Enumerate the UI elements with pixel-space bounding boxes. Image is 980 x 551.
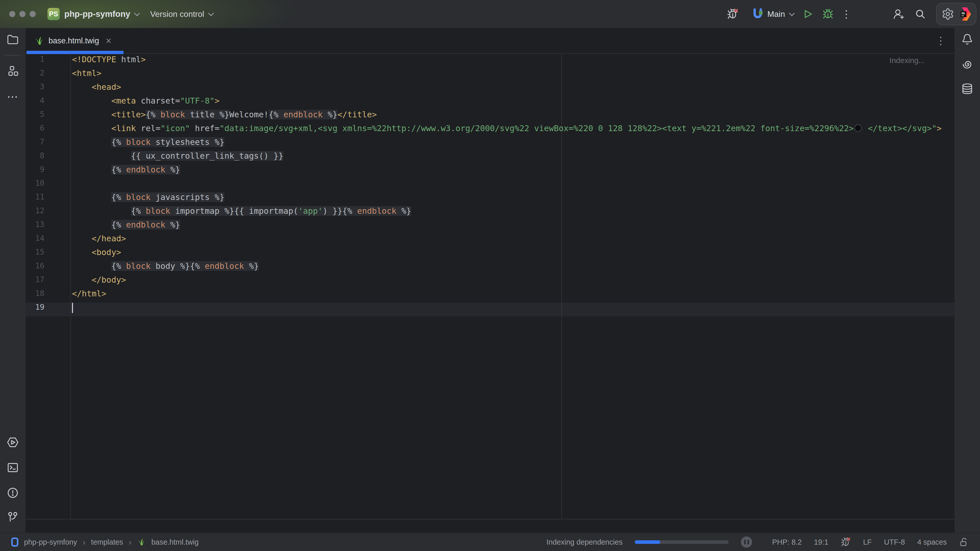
code-line[interactable]: {% block importmap %}{{ importmap('app')… xyxy=(72,206,955,220)
code-line[interactable]: <title>{% block title %}Welcome!{% endbl… xyxy=(72,110,955,124)
line-number[interactable]: 9 xyxy=(25,165,70,179)
version-control-menu[interactable]: Version control xyxy=(150,10,204,19)
debugger-disconnected-icon[interactable] xyxy=(725,7,740,21)
terminal-tool-button[interactable] xyxy=(6,461,19,474)
version-control-tool-button[interactable] xyxy=(6,510,19,524)
line-number[interactable]: 1 xyxy=(25,55,70,68)
line-number[interactable]: 5 xyxy=(25,110,70,124)
caret-position-widget[interactable]: 19:1 xyxy=(814,538,828,546)
indexing-label: Indexing dependencies xyxy=(546,538,622,546)
project-name-widget[interactable]: php-pp-symfony xyxy=(64,9,130,19)
line-number[interactable]: 10 xyxy=(25,179,70,192)
line-number[interactable]: 7 xyxy=(25,137,70,151)
more-tool-windows-button[interactable]: ⋯ xyxy=(6,90,19,103)
breadcrumb-project[interactable]: php-pp-symfony xyxy=(24,538,77,546)
breadcrumb-separator: › xyxy=(83,537,86,547)
line-ending-widget[interactable]: LF xyxy=(863,538,872,546)
database-icon xyxy=(961,83,973,95)
more-actions-button[interactable]: ⋮ xyxy=(839,7,853,21)
structure-tool-button[interactable] xyxy=(6,64,19,78)
jetbrains-logo[interactable] xyxy=(958,7,972,21)
code-line[interactable]: </head> xyxy=(72,233,955,248)
code-line[interactable]: {% endblock %} xyxy=(72,220,955,233)
breadcrumb-file[interactable]: base.html.twig xyxy=(151,538,199,546)
notifications-button[interactable] xyxy=(961,33,974,46)
problems-tool-button[interactable] xyxy=(6,486,19,499)
tab-base-html-twig[interactable]: base.html.twig × xyxy=(27,28,124,54)
project-tool-button[interactable] xyxy=(6,33,19,46)
settings-button[interactable] xyxy=(941,7,955,21)
phpstorm-project-icon: PS xyxy=(48,8,60,20)
code-line[interactable]: <link rel="icon" href="data:image/svg+xm… xyxy=(72,124,955,137)
gutter[interactable]: 12345678910111213141516171819 xyxy=(25,54,70,316)
text-caret xyxy=(72,303,73,313)
code-line[interactable]: {% endblock %} xyxy=(72,165,955,179)
breadcrumb: php-pp-symfony › templates › base.html.t… xyxy=(11,537,199,547)
line-number[interactable]: 17 xyxy=(25,275,70,289)
xdebug-status-icon[interactable] xyxy=(841,537,851,547)
line-number[interactable]: 13 xyxy=(25,220,70,233)
toolbar-divider xyxy=(5,55,21,56)
breadcrumb-templates[interactable]: templates xyxy=(91,538,123,546)
line-number[interactable]: 15 xyxy=(25,248,70,261)
line-number[interactable]: 18 xyxy=(25,289,70,303)
black-circle-emoji xyxy=(854,124,862,132)
code-line[interactable]: <!DOCTYPE html> xyxy=(72,55,955,68)
debug-button[interactable] xyxy=(821,7,835,21)
line-number[interactable]: 11 xyxy=(25,192,70,206)
code-line[interactable]: {% block stylesheets %} xyxy=(72,137,955,151)
line-number[interactable]: 2 xyxy=(25,68,70,82)
line-number[interactable]: 14 xyxy=(25,233,70,248)
run-configuration-widget[interactable]: Main xyxy=(752,8,793,20)
run-button[interactable] xyxy=(801,7,815,21)
code-line[interactable]: </html> xyxy=(72,289,955,303)
code-line[interactable]: {{ ux_controller_link_tags() }} xyxy=(72,151,955,165)
code-editor[interactable]: 12345678910111213141516171819 <!DOCTYPE … xyxy=(25,54,955,519)
title-bar: PS php-pp-symfony Version control xyxy=(0,0,980,28)
code-line[interactable] xyxy=(72,179,955,192)
encoding-widget[interactable]: UTF-8 xyxy=(884,538,905,546)
close-tab-icon[interactable]: × xyxy=(106,36,111,46)
tab-options-kebab-icon[interactable]: ⋮ xyxy=(935,35,946,46)
gutter-separator xyxy=(70,54,71,519)
close-window-button[interactable] xyxy=(9,11,15,17)
editor-bottom-strip xyxy=(25,519,955,533)
code-line[interactable]: <body> xyxy=(72,248,955,261)
window-controls xyxy=(9,11,36,17)
line-number[interactable]: 4 xyxy=(25,96,70,110)
php-version-widget[interactable]: PHP: 8.2 xyxy=(772,538,802,546)
services-tool-button[interactable] xyxy=(6,436,19,449)
database-tool-button[interactable] xyxy=(961,82,974,95)
code-line[interactable]: <head> xyxy=(72,82,955,96)
code-line[interactable]: <meta charset="UTF-8"> xyxy=(72,96,955,110)
ai-swirl-icon xyxy=(961,59,973,70)
line-number[interactable]: 3 xyxy=(25,82,70,96)
minimize-window-button[interactable] xyxy=(19,11,25,17)
ellipsis-icon: ⋯ xyxy=(7,90,19,103)
pause-indexing-button[interactable] xyxy=(741,537,752,548)
editor-panel: base.html.twig × ⋮ 123456789101112131415… xyxy=(25,28,955,533)
search-everywhere-button[interactable] xyxy=(913,7,928,21)
code-line[interactable] xyxy=(72,303,955,316)
indexing-hint: Indexing... xyxy=(890,56,925,65)
code-area[interactable]: <!DOCTYPE html><html> <head> <meta chars… xyxy=(72,54,955,316)
indent-widget[interactable]: 4 spaces xyxy=(917,538,947,546)
bell-icon xyxy=(961,33,973,45)
line-number[interactable]: 12 xyxy=(25,206,70,220)
code-line[interactable]: </body> xyxy=(72,275,955,289)
ai-assistant-button[interactable] xyxy=(961,58,974,71)
code-line[interactable]: {% block javascripts %} xyxy=(72,192,955,206)
tab-label: base.html.twig xyxy=(48,36,99,45)
code-line[interactable]: <html> xyxy=(72,68,955,82)
line-number[interactable]: 16 xyxy=(25,261,70,275)
twig-file-icon xyxy=(34,36,45,46)
line-number[interactable]: 6 xyxy=(25,124,70,137)
code-with-me-button[interactable] xyxy=(892,7,906,21)
line-number[interactable]: 19 xyxy=(25,303,70,316)
line-number[interactable]: 8 xyxy=(25,151,70,165)
code-line[interactable]: {% block body %}{% endblock %} xyxy=(72,261,955,275)
twig-file-icon xyxy=(137,538,146,546)
settings-highlight-box xyxy=(936,3,977,25)
file-writable-lock-icon[interactable] xyxy=(959,537,969,547)
zoom-window-button[interactable] xyxy=(30,11,36,17)
